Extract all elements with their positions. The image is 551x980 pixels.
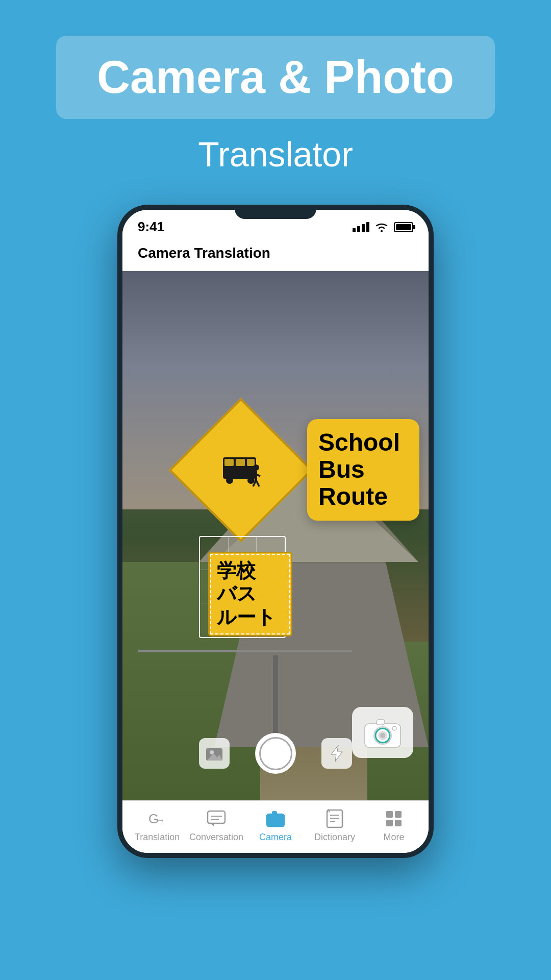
conversation-label: Conversation	[189, 832, 243, 843]
phone-notch	[235, 205, 316, 219]
translation-bubble: SchoolBusRoute	[307, 419, 419, 520]
svg-point-19	[392, 726, 396, 730]
flash-button[interactable]	[321, 738, 352, 769]
svg-rect-18	[377, 720, 385, 725]
camera-scene: 学校バスルート SchoolBusRoute	[122, 271, 429, 800]
fence	[138, 650, 352, 652]
svg-rect-32	[272, 812, 277, 815]
svg-rect-38	[386, 811, 393, 818]
title-box: Camera & Photo	[56, 36, 495, 119]
svg-rect-39	[395, 811, 402, 818]
svg-text:→: →	[156, 815, 165, 825]
nav-more[interactable]: More	[364, 808, 423, 843]
japanese-sign-box: 学校バスルート	[208, 552, 292, 637]
phone-screen: 9:41	[122, 210, 429, 853]
header: Camera & Photo Translator	[0, 0, 551, 200]
warning-sign-icon	[190, 419, 292, 521]
camera-controls-bar	[122, 733, 429, 774]
translation-result: SchoolBusRoute	[318, 429, 408, 510]
status-time: 9:41	[138, 219, 164, 235]
bottom-navigation: G → Translation	[122, 800, 429, 853]
svg-text:A: A	[327, 809, 331, 814]
translate-icon: G →	[147, 808, 167, 829]
japanese-text: 学校バスルート	[217, 559, 284, 629]
svg-point-6	[247, 477, 255, 484]
phone-mockup: 9:41	[0, 205, 551, 858]
svg-line-12	[256, 480, 259, 486]
wifi-icon	[374, 222, 389, 233]
svg-rect-26	[208, 811, 225, 823]
more-label: More	[383, 832, 404, 843]
camera-label: Camera	[259, 832, 292, 843]
phone-device: 9:41	[117, 205, 434, 858]
svg-point-7	[253, 464, 259, 471]
nav-camera[interactable]: Camera	[246, 808, 305, 843]
camera-view[interactable]: 学校バスルート SchoolBusRoute	[122, 271, 429, 800]
more-icon	[384, 808, 404, 829]
svg-point-5	[226, 477, 233, 484]
dictionary-label: Dictionary	[314, 832, 355, 843]
nav-dictionary[interactable]: A Dictionary	[305, 808, 364, 843]
camera-nav-icon	[265, 808, 286, 829]
shutter-inner	[259, 737, 292, 770]
shutter-button[interactable]	[255, 733, 296, 774]
signal-icon	[353, 222, 369, 232]
camera-translation-title: Camera Translation	[138, 245, 413, 261]
svg-rect-3	[236, 459, 245, 466]
conversation-icon	[206, 808, 227, 829]
svg-point-0	[381, 230, 383, 232]
battery-icon	[394, 222, 413, 232]
app-subtitle: Translator	[198, 134, 353, 174]
svg-rect-40	[386, 820, 393, 826]
svg-rect-4	[247, 459, 255, 466]
svg-rect-2	[224, 459, 234, 466]
svg-marker-23	[331, 745, 342, 762]
gallery-button[interactable]	[199, 738, 230, 769]
app-bar: Camera Translation	[122, 240, 429, 271]
svg-rect-41	[395, 820, 402, 826]
translation-label: Translation	[135, 832, 180, 843]
nav-conversation[interactable]: Conversation	[187, 808, 246, 843]
dictionary-icon: A	[324, 808, 345, 829]
status-icons	[353, 222, 413, 233]
nav-translation[interactable]: G → Translation	[128, 808, 187, 843]
svg-point-31	[272, 817, 279, 824]
app-title: Camera & Photo	[97, 51, 454, 104]
